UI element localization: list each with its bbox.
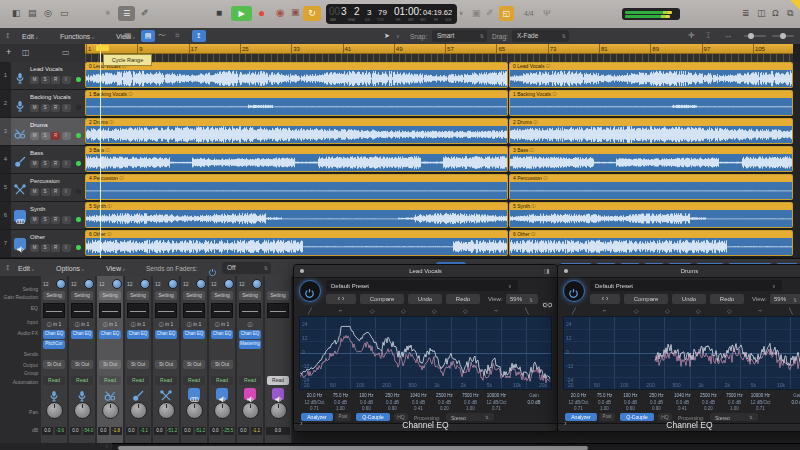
input-value[interactable]: ⓘ in 1 <box>97 321 123 327</box>
eq-band-shape-icon[interactable]: ¬ <box>758 307 762 313</box>
add-track-button[interactable]: + <box>6 48 11 57</box>
plugin-name-bar[interactable] <box>558 417 800 431</box>
input-value[interactable]: ⓘ in 1 <box>209 321 235 327</box>
region-percussion-2[interactable]: 4 Percussion ⓘ <box>509 174 793 200</box>
redo-button[interactable]: Redo <box>710 294 744 304</box>
stop-button[interactable]: ■ <box>216 8 222 18</box>
plugin-name-bar[interactable] <box>294 417 557 431</box>
band-q-value[interactable]: 0.41 <box>406 406 431 411</box>
track-solo-button[interactable]: S <box>41 216 50 225</box>
duplicate-track-button[interactable]: ◫ <box>22 49 30 57</box>
channel-strip-master[interactable]: SettingRead0.0 <box>265 276 291 443</box>
track-inp-button[interactable]: I <box>62 104 71 113</box>
eq-band-shape-icon[interactable]: ◇ <box>463 307 468 314</box>
cycle-button[interactable]: ↻ <box>303 6 321 21</box>
region-bass-2[interactable]: 3 Bass ⓘ <box>509 146 793 172</box>
output-button[interactable]: St Out <box>183 360 205 369</box>
band-gain-value[interactable]: 0.0 dB <box>592 400 617 405</box>
band-q-value[interactable]: 0.20 <box>696 406 721 411</box>
band-q-value[interactable]: 0.60 <box>618 406 643 411</box>
track-header-other[interactable]: 7OtherMSRI <box>0 230 85 258</box>
audio-fx-slot[interactable]: Chan EQ <box>239 330 261 339</box>
playhead[interactable] <box>100 44 101 258</box>
pan-knob[interactable] <box>214 402 231 419</box>
region-other-2[interactable]: 6 Other ⓘ <box>509 230 793 256</box>
output-button[interactable]: St Out <box>71 360 93 369</box>
gain-reduction-knob[interactable] <box>56 279 66 289</box>
eq-band-shape-icon[interactable]: ╱ <box>572 307 576 314</box>
automation-button[interactable]: Read <box>155 376 177 385</box>
hswap-icon[interactable]: ↔ <box>724 32 732 40</box>
audio-fx-slot[interactable]: Chan EQ <box>99 330 121 339</box>
track-mute-button[interactable]: M <box>30 244 39 253</box>
pan-knob[interactable] <box>270 402 287 419</box>
track-mute-button[interactable]: M <box>30 188 39 197</box>
inspector-icon[interactable]: ▤ <box>28 9 37 18</box>
undo-button[interactable]: Undo <box>672 294 706 304</box>
snap-select[interactable]: Smart⇅ <box>432 30 487 42</box>
mixer-menu-view[interactable]: View ∨ <box>106 265 125 272</box>
input-value[interactable]: ⓘ <box>237 321 263 327</box>
track-header-bass[interactable]: 4BassMSRI <box>0 146 85 174</box>
region-synth-1[interactable]: 5 Synth ⓘ <box>85 202 508 228</box>
eq-graph[interactable] <box>299 316 552 390</box>
input-value[interactable]: ⓘ in 1 <box>41 321 67 327</box>
band-freq-value[interactable]: 2500 Hz <box>696 393 721 398</box>
eq-band-shape-icon[interactable]: ⌐ <box>339 307 343 313</box>
mixer-zoom-controls[interactable]: ↕ <box>0 443 112 450</box>
eq-thumbnail[interactable] <box>43 303 65 318</box>
drag-select[interactable]: X-Fade⇅ <box>512 30 569 42</box>
setting-button[interactable]: Setting <box>155 291 177 300</box>
band-q-value[interactable]: 0.41 <box>670 406 695 411</box>
eq-band-shape-icon[interactable]: ╲ <box>525 307 529 314</box>
pan-knob[interactable] <box>102 402 119 419</box>
track-mute-button[interactable]: M <box>30 216 39 225</box>
input-value[interactable]: ⓘ in 1 <box>69 321 95 327</box>
band-freq-value[interactable]: 75.0 Hz <box>592 393 617 398</box>
gain-reduction-knob[interactable] <box>196 279 206 289</box>
view-zoom-select[interactable]: 59%⇅ <box>506 294 538 304</box>
track-inp-button[interactable]: I <box>62 160 71 169</box>
plugin-link-dot[interactable] <box>564 269 568 273</box>
eq-thumbnail[interactable] <box>127 303 149 318</box>
smart-controls-icon[interactable]: ✶ <box>104 9 112 18</box>
hzoom-knob[interactable] <box>780 33 786 39</box>
mixer-button[interactable]: ☰ <box>118 6 135 21</box>
undo-button[interactable]: Undo <box>408 294 442 304</box>
flex-icon[interactable]: 〜 <box>158 32 166 40</box>
automation-button[interactable]: Read <box>267 376 289 385</box>
setting-button[interactable]: Setting <box>211 291 233 300</box>
autopunch-toggle[interactable]: ◱ <box>499 6 514 21</box>
pencil2-icon[interactable]: ✐ <box>486 9 494 18</box>
region-backing-vocals-1[interactable]: 1 Backing Vocals ⓘ <box>85 90 508 116</box>
track-rec-button[interactable]: R <box>51 188 60 197</box>
band-q-value[interactable]: 1.00 <box>328 406 353 411</box>
catch-icon[interactable]: ▦ <box>124 32 132 40</box>
redo-button[interactable]: Redo <box>446 294 480 304</box>
eq-band-shape-icon[interactable]: ◇ <box>634 307 639 314</box>
band-gain-value[interactable]: 0.0 dB <box>696 400 721 405</box>
volume-db-value[interactable]: 0.0 <box>182 427 193 435</box>
channel-strip-synth[interactable]: 12Settingⓘ in 1Chan EQSt OutRead0.0-51.2 <box>181 276 207 443</box>
automation-button[interactable]: Read <box>183 376 205 385</box>
mixer-menu-edit[interactable]: Edit ∨ <box>18 265 34 272</box>
audio-fx-slot[interactable]: Mastering <box>239 340 261 349</box>
capture-button[interactable]: ◉ <box>276 8 285 18</box>
automation-button[interactable]: Read <box>127 376 149 385</box>
gain-reduction-knob[interactable] <box>224 279 234 289</box>
audio-fx-slot[interactable]: Chan EQ <box>183 330 205 339</box>
eq-thumbnail[interactable] <box>239 303 261 318</box>
pan-knob[interactable] <box>46 402 63 419</box>
volume-db-value[interactable]: 0.0 <box>70 427 81 435</box>
region-drums-1[interactable]: 2 Drums ⓘ <box>85 118 508 144</box>
region-view-icon[interactable]: ▤ <box>141 30 155 42</box>
compare-button[interactable]: Compare <box>624 294 668 304</box>
tool-cursor-icon[interactable]: ➤ <box>384 32 390 39</box>
eq-thumbnail[interactable] <box>267 303 289 318</box>
autotrack-icon[interactable]: ↥ <box>192 30 206 42</box>
hide-mixer-icon[interactable]: ↥ <box>5 264 11 271</box>
track-inp-button[interactable]: I <box>62 188 71 197</box>
volume-db-value[interactable]: 0.0 <box>266 427 290 435</box>
audio-fx-slot[interactable]: Chan EQ <box>127 330 149 339</box>
band-q-value[interactable]: 1.00 <box>592 406 617 411</box>
